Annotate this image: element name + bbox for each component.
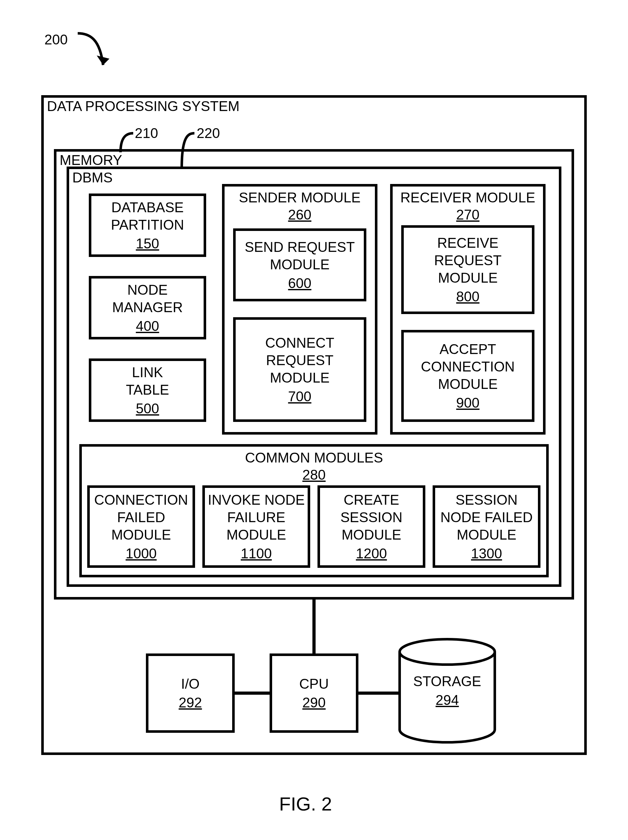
diagram-page: 200 DATA PROCESSING SYSTEM 210 220 MEMOR… xyxy=(0,0,628,840)
session-node-failed-ref: 1300 xyxy=(471,545,502,562)
link-table-ref: 500 xyxy=(136,400,159,417)
line-memory-to-cpu xyxy=(312,600,316,654)
storage-ref: 294 xyxy=(435,691,459,709)
storage-label-group: STORAGE 294 xyxy=(396,673,498,709)
accept-connection-title3: MODULE xyxy=(438,375,498,393)
send-request-title2: MODULE xyxy=(270,256,330,273)
receive-request-module-box: RECEIVE REQUEST MODULE 800 xyxy=(401,225,535,314)
line-io-to-cpu xyxy=(235,692,270,695)
link-table-box: LINK TABLE 500 xyxy=(89,358,206,422)
invoke-node-failure-module-box: INVOKE NODE FAILURE MODULE 1100 xyxy=(202,485,310,568)
accept-connection-title1: ACCEPT xyxy=(440,340,496,358)
send-request-title1: SEND REQUEST xyxy=(245,238,355,256)
cpu-ref: 290 xyxy=(302,694,325,711)
connect-request-title1: CONNECT xyxy=(265,334,334,352)
callout-220: 220 xyxy=(197,125,220,141)
connection-failed-title2: FAILED xyxy=(117,508,165,526)
figure-ref-arrow xyxy=(71,30,119,84)
session-node-failed-module-box: SESSION NODE FAILED MODULE 1300 xyxy=(432,485,540,568)
accept-connection-module-box: ACCEPT CONNECTION MODULE 900 xyxy=(401,330,535,422)
invoke-node-failure-title1: INVOKE NODE xyxy=(208,491,305,508)
connection-failed-title1: CONNECTION xyxy=(94,491,188,508)
node-manager-title1: NODE xyxy=(127,281,167,298)
node-manager-title2: MANAGER xyxy=(112,298,183,316)
connect-request-module-box: CONNECT REQUEST MODULE 700 xyxy=(233,317,366,422)
link-table-title2: TABLE xyxy=(126,381,169,398)
invoke-node-failure-ref: 1100 xyxy=(241,545,272,562)
node-manager-ref: 400 xyxy=(136,317,159,335)
database-partition-title2: PARTITION xyxy=(111,216,184,234)
invoke-node-failure-title3: MODULE xyxy=(226,526,286,543)
connect-request-title2: REQUEST xyxy=(266,352,334,369)
node-manager-box: NODE MANAGER 400 xyxy=(89,276,206,339)
io-box: I/O 292 xyxy=(146,654,235,733)
receiver-module-ref: 270 xyxy=(393,207,543,223)
figure-caption: FIG. 2 xyxy=(279,793,332,815)
connection-failed-module-box: CONNECTION FAILED MODULE 1000 xyxy=(87,485,195,568)
common-modules-ref: 280 xyxy=(82,467,546,483)
svg-point-1 xyxy=(400,639,495,665)
receive-request-title2: REQUEST xyxy=(434,251,502,269)
connection-failed-title3: MODULE xyxy=(111,526,171,543)
receive-request-ref: 800 xyxy=(456,288,479,305)
create-session-module-box: CREATE SESSION MODULE 1200 xyxy=(317,485,425,568)
io-ref: 292 xyxy=(178,694,202,711)
session-node-failed-title2: NODE FAILED xyxy=(440,508,533,526)
session-node-failed-title3: MODULE xyxy=(457,526,516,543)
io-title: I/O xyxy=(181,675,200,693)
dbms-title: DBMS xyxy=(72,170,113,186)
sender-module-title: SENDER MODULE xyxy=(224,190,375,205)
callout-210: 210 xyxy=(135,125,158,141)
connection-failed-ref: 1000 xyxy=(126,545,157,562)
svg-marker-0 xyxy=(97,55,109,65)
session-node-failed-title1: SESSION xyxy=(456,491,518,508)
database-partition-ref: 150 xyxy=(136,235,159,252)
storage-title: STORAGE xyxy=(413,673,481,690)
receiver-module-title: RECEIVER MODULE xyxy=(393,190,543,205)
line-cpu-to-storage xyxy=(358,692,399,695)
receive-request-title3: MODULE xyxy=(438,269,498,286)
figure-ref-200: 200 xyxy=(44,32,68,47)
sender-module-ref: 260 xyxy=(224,207,375,223)
create-session-title2: SESSION xyxy=(340,508,402,526)
memory-title: MEMORY xyxy=(60,152,122,168)
database-partition-box: DATABASE PARTITION 150 xyxy=(89,194,206,257)
common-modules-title: COMMON MODULES xyxy=(82,450,546,466)
send-request-ref: 600 xyxy=(288,275,311,292)
send-request-module-box: SEND REQUEST MODULE 600 xyxy=(233,228,366,302)
data-processing-system-title: DATA PROCESSING SYSTEM xyxy=(47,98,240,114)
receive-request-title1: RECEIVE xyxy=(437,234,498,251)
link-table-title1: LINK xyxy=(132,363,163,381)
create-session-title1: CREATE xyxy=(344,491,399,508)
create-session-title3: MODULE xyxy=(342,526,401,543)
accept-connection-title2: CONNECTION xyxy=(421,358,515,375)
invoke-node-failure-title2: FAILURE xyxy=(227,508,285,526)
cpu-title: CPU xyxy=(300,675,329,693)
accept-connection-ref: 900 xyxy=(456,394,479,411)
connect-request-title3: MODULE xyxy=(270,369,330,386)
connect-request-ref: 700 xyxy=(288,388,311,405)
cpu-box: CPU 290 xyxy=(270,654,358,733)
create-session-ref: 1200 xyxy=(356,545,387,562)
database-partition-title1: DATABASE xyxy=(111,199,184,216)
